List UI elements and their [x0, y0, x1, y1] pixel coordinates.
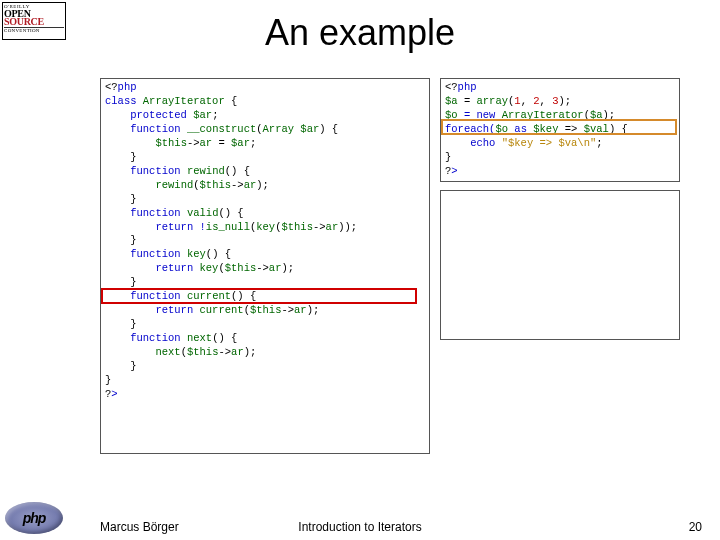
code-right-bottom — [440, 190, 680, 340]
footer-title: Introduction to Iterators — [0, 520, 720, 534]
sidebar: O'REILLY OPEN SOURCE CONVENTION php — [0, 0, 68, 540]
slide-title: An example — [0, 12, 720, 54]
code-right-top: <?php $a = array(1, 2, 3); $o = new Arra… — [440, 78, 680, 182]
code-left: <?php class ArrayIterator { protected $a… — [100, 78, 430, 454]
